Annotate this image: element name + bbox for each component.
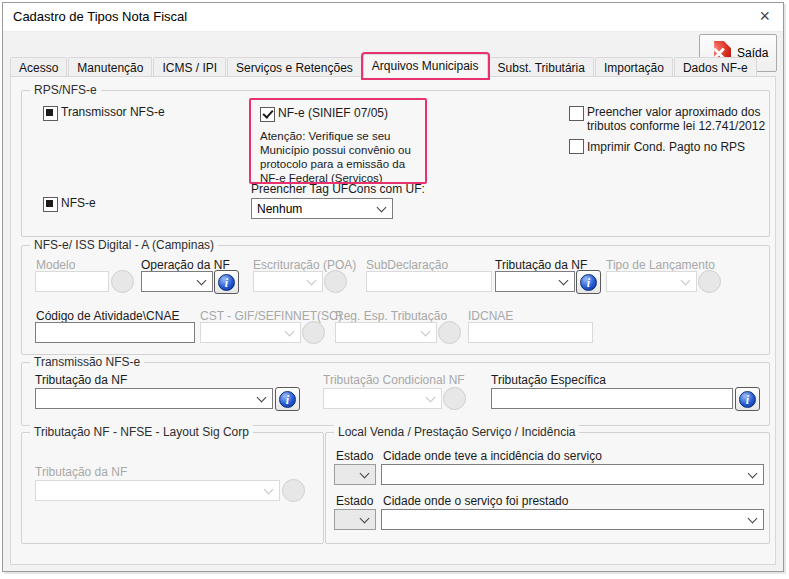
group-rps-nfse: RPS/NFS-e Transmissor NFS-e NF-e (SINIEF… [21, 90, 770, 237]
tributacao-especifica-label: Tributação Específica [491, 373, 606, 387]
cst-gif-lookup-button [302, 321, 325, 344]
ufcons-label: Preencher Tag UFCons com UF: [251, 182, 425, 196]
preencher-valor-checkbox[interactable] [569, 106, 584, 121]
chevron-down-icon [264, 485, 274, 495]
imprimir-cond-label: Imprimir Cond. Pagto no RPS [587, 140, 777, 154]
nfse-label: NFS-e [61, 196, 96, 210]
ufcons-value: Nenhum [257, 202, 302, 216]
dialog-window: Cadastro de Tipos Nota Fiscal × Saída Ac… [2, 2, 784, 572]
info-icon: i [739, 391, 756, 408]
codigo-atividade-input[interactable] [35, 322, 195, 343]
window-title: Cadastro de Tipos Nota Fiscal [13, 9, 187, 24]
tributacao-condicional-lookup-button [443, 387, 466, 410]
info-icon: i [580, 274, 597, 291]
codigo-atividade-label: Código de Atividade\CNAE [36, 309, 179, 323]
modelo-lookup-button [111, 270, 134, 293]
tab-acesso[interactable]: Acesso [10, 57, 67, 78]
tab-bar: Acesso Manutenção ICMS / IPI Serviços e … [10, 56, 758, 78]
escrituracao-poa-label: Escrituração (POA) [253, 258, 356, 272]
tab-dados-nfe[interactable]: Dados NF-e [674, 57, 757, 78]
nfe-siniefs-checkbox[interactable] [260, 107, 275, 122]
transmissao-tributacao-select[interactable] [35, 388, 273, 409]
group-transmissao-title: Transmissão NFS-e [30, 355, 144, 369]
cst-gif-select [200, 322, 301, 343]
reg-esp-label: Reg. Esp. Tributação [335, 309, 447, 323]
tab-icms-ipi[interactable]: ICMS / IPI [153, 57, 226, 78]
info-icon: i [279, 391, 296, 408]
reg-esp-select [335, 322, 437, 343]
tipo-lancamento-label: Tipo de Lançamento [606, 258, 715, 272]
sigcorp-tributacao-label: Tributação da NF [35, 465, 127, 479]
chevron-down-icon [421, 327, 431, 337]
transmissor-nfse-checkbox[interactable] [43, 106, 58, 121]
tributacao-nf-select[interactable] [495, 271, 575, 292]
tributacao-nf-info-button[interactable]: i [576, 270, 601, 294]
escrituracao-poa-lookup-button [324, 270, 347, 293]
group-sigcorp-title: Tributação NF - NFSE - Layout Sig Corp [30, 425, 253, 439]
tab-page-arquivos-municipais: RPS/NFS-e Transmissor NFS-e NF-e (SINIEF… [10, 76, 776, 565]
subdeclaracao-input [366, 271, 492, 292]
tributacao-nf-label: Tributação da NF [495, 258, 587, 272]
group-transmissao-nfse: Transmissão NFS-e Tributação da NF i Tri… [21, 362, 770, 426]
chevron-down-icon [377, 203, 387, 213]
chevron-down-icon [681, 276, 691, 286]
group-campinas-title: NFS-e/ ISS Digital - A (Campinas) [30, 238, 218, 252]
estado-prestado-label: Estado [336, 494, 373, 508]
group-iss-digital-campinas: NFS-e/ ISS Digital - A (Campinas) Modelo… [21, 245, 770, 355]
cidade-incidencia-label: Cidade onde teve a incidência do serviço [383, 449, 602, 463]
group-local-title: Local Venda / Prestação Serviço / Incidê… [334, 425, 579, 439]
nfse-checkbox[interactable] [43, 197, 58, 212]
tributacao-especifica-info-button[interactable]: i [735, 387, 760, 411]
nfe-siniefs-label: NF-e (SINIEF 07/05) [278, 106, 388, 120]
info-icon: i [218, 274, 235, 291]
cidade-prestado-select[interactable] [381, 509, 764, 530]
operacao-nf-select[interactable] [141, 271, 213, 292]
chevron-down-icon [360, 469, 370, 479]
tab-importacao[interactable]: Importação [595, 57, 673, 78]
chevron-down-icon [748, 514, 758, 524]
cidade-incidencia-select[interactable] [381, 464, 764, 485]
tributacao-condicional-select [323, 388, 442, 409]
imprimir-cond-checkbox[interactable] [569, 139, 584, 154]
close-icon[interactable]: × [759, 6, 770, 26]
tipo-lancamento-lookup-button [698, 270, 721, 293]
tab-arquivos-municipais[interactable]: Arquivos Municipais [363, 54, 488, 78]
tipo-lancamento-select [606, 271, 697, 292]
chevron-down-icon [257, 393, 267, 403]
cidade-prestado-label: Cidade onde o serviço foi prestado [383, 494, 568, 508]
chevron-down-icon [285, 327, 295, 337]
preencher-valor-label: Preencher valor aproximado dos tributos … [587, 105, 769, 133]
group-rps-title: RPS/NFS-e [30, 83, 101, 97]
chevron-down-icon [426, 393, 436, 403]
nfe-warning-text: Atenção: Verifique se seu Município poss… [260, 129, 420, 185]
operacao-nf-info-button[interactable]: i [214, 270, 239, 294]
tab-servicos-retencoes[interactable]: Serviços e Retenções [227, 57, 362, 78]
ufcons-select[interactable]: Nenhum [251, 198, 393, 219]
reg-esp-lookup-button [438, 321, 461, 344]
sigcorp-tributacao-select [35, 480, 280, 501]
tab-manutencao[interactable]: Manutenção [68, 57, 152, 78]
tab-subst-tributaria[interactable]: Subst. Tributária [489, 57, 594, 78]
idcnae-label: IDCNAE [468, 309, 513, 323]
sigcorp-lookup-button [282, 479, 305, 502]
chevron-down-icon [360, 514, 370, 524]
screenshot-root: Cadastro de Tipos Nota Fiscal × Saída Ac… [0, 0, 789, 579]
tributacao-condicional-label: Tributação Condicional NF [323, 373, 465, 387]
chevron-down-icon [307, 276, 317, 286]
transmissor-nfse-label: Transmissor NFS-e [61, 105, 165, 119]
modelo-input [35, 271, 109, 292]
transmissao-tributacao-label: Tributação da NF [35, 373, 127, 387]
idcnae-input [468, 322, 593, 343]
tributacao-especifica-input[interactable] [491, 388, 733, 409]
cst-gif-label: CST - GIF/SEFINNET(SC) [200, 309, 342, 323]
group-sigcorp: Tributação NF - NFSE - Layout Sig Corp T… [21, 432, 324, 544]
estado-prestado-select[interactable] [334, 509, 376, 530]
modelo-label: Modelo [36, 258, 75, 272]
transmissao-tributacao-info-button[interactable]: i [275, 387, 300, 411]
group-local-venda: Local Venda / Prestação Serviço / Incidê… [325, 432, 770, 544]
chevron-down-icon [748, 469, 758, 479]
estado-incidencia-select[interactable] [334, 464, 376, 485]
chevron-down-icon [559, 276, 569, 286]
escrituracao-poa-select [253, 271, 323, 292]
estado-incidencia-label: Estado [336, 449, 373, 463]
